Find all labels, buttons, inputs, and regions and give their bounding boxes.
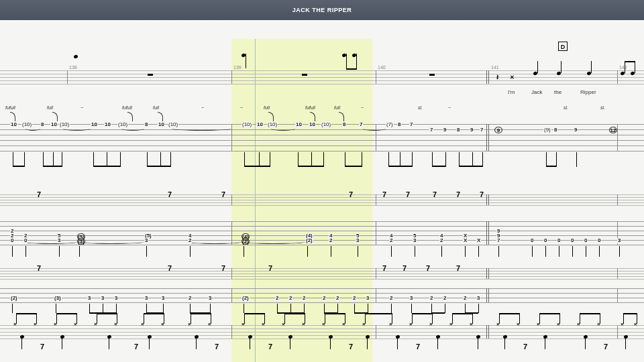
eighth-rest: 7 <box>349 343 353 351</box>
beam <box>452 313 472 314</box>
stem <box>445 152 446 167</box>
tab-fret: 7 <box>359 122 363 127</box>
stem <box>290 339 290 349</box>
tab-fret: 2 <box>389 238 393 243</box>
tab-fret: (7) <box>386 122 394 127</box>
eighth-rest: 7 <box>426 264 430 272</box>
stem <box>545 339 545 349</box>
stem <box>324 304 325 313</box>
stem <box>585 339 586 349</box>
stem <box>345 152 345 167</box>
eighth-rest: 7 <box>221 190 225 198</box>
beam <box>144 313 164 314</box>
tab-fret: 3 <box>356 238 360 243</box>
stem <box>561 61 561 73</box>
stem <box>62 152 62 167</box>
tab-fret: 3 <box>366 296 370 301</box>
beam <box>298 166 323 167</box>
tab-fret: (10) <box>168 122 178 127</box>
beam <box>93 166 120 167</box>
stem <box>559 246 559 257</box>
stem <box>556 152 557 167</box>
stem <box>559 313 560 324</box>
technique-label: sl. <box>418 105 423 110</box>
stem <box>546 152 547 167</box>
stem <box>472 152 473 167</box>
technique-label: full <box>153 105 159 110</box>
measure-number: 140 <box>378 65 386 70</box>
tab-fret: 2 <box>288 296 292 301</box>
stem <box>391 304 392 313</box>
stem <box>163 304 164 313</box>
tab-fret: 8 <box>144 122 148 127</box>
tab-fret: (2) <box>305 238 313 243</box>
stem <box>431 304 432 313</box>
stem <box>311 152 312 167</box>
stem <box>472 313 473 324</box>
stem <box>25 246 26 257</box>
stem <box>290 304 291 313</box>
tab-fret: (2) <box>10 296 18 301</box>
stem <box>246 54 246 68</box>
tab-fret: 3 <box>617 238 621 243</box>
stem <box>465 304 466 313</box>
stem <box>144 313 144 324</box>
stem <box>12 246 13 257</box>
note <box>73 54 78 59</box>
tie-arc <box>363 127 386 131</box>
stem <box>307 246 308 257</box>
hold-mark: ~ <box>448 105 451 110</box>
stem <box>432 152 433 167</box>
eighth-rest: 7 <box>168 264 172 272</box>
tab-fret: 0 <box>543 238 547 243</box>
eighth-rest: 7 <box>456 264 460 272</box>
tab-fret: 10 <box>158 122 165 127</box>
eighth-rest: 7 <box>134 343 138 351</box>
stem <box>59 246 60 257</box>
stem <box>411 304 412 313</box>
tab-fret: (10) <box>267 122 278 127</box>
stem <box>637 313 637 324</box>
tab-fret: 2 <box>429 296 433 301</box>
stem <box>62 339 62 349</box>
stem <box>625 339 626 349</box>
stem <box>120 152 121 167</box>
stem <box>337 304 338 313</box>
lyric: the <box>554 89 561 95</box>
tab-fret: 0 <box>570 238 574 243</box>
score-viewport[interactable]: D 138 139 140 141 142 𝄽 ✕ <box>0 20 644 362</box>
eighth-rest: 7 <box>221 264 225 272</box>
eighth-rest: 7 <box>37 190 41 198</box>
stem <box>304 304 305 313</box>
tab-fret: 8 <box>40 122 44 127</box>
stem <box>532 246 533 257</box>
stem <box>539 313 540 324</box>
beam <box>459 166 482 167</box>
tab-fret: 3 <box>144 238 148 243</box>
stem <box>109 339 109 349</box>
stem <box>391 246 392 257</box>
stem <box>478 339 478 349</box>
technique-label: full <box>264 105 270 110</box>
tab-fret: 10 <box>256 122 264 127</box>
tab-fret: 10 <box>104 122 111 127</box>
stem <box>580 313 580 324</box>
tab-fret: 0 <box>23 238 28 243</box>
measure-number: 141 <box>491 65 499 70</box>
stem <box>623 313 624 324</box>
beam <box>431 312 445 314</box>
lyric: Ripper <box>580 89 596 95</box>
whole-rest <box>429 74 435 76</box>
tab-fret: 2 <box>335 296 339 301</box>
tab-fret: 2 <box>439 238 443 243</box>
stem <box>331 246 331 257</box>
tab-fret: 8 <box>397 122 401 127</box>
stem <box>358 246 358 257</box>
stem <box>160 152 161 167</box>
stem <box>149 339 150 349</box>
eighth-rest: 7 <box>382 264 386 272</box>
measure-number: 138 <box>69 65 77 70</box>
tab-fret: 2 <box>322 296 326 301</box>
stem <box>545 246 546 257</box>
stem <box>210 304 211 313</box>
